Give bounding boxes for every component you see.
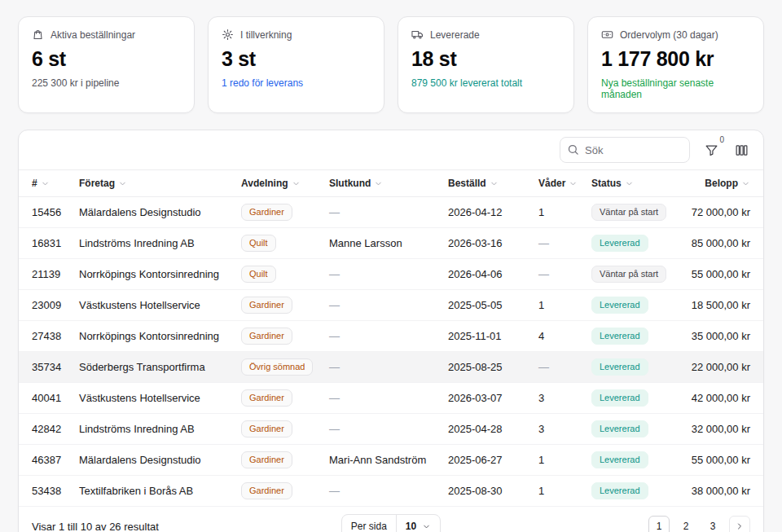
stat-card-label: Ordervolym (30 dagar) [620,29,718,41]
department-badge: Quilt [241,235,276,253]
department-badge: Gardiner [241,482,292,500]
amount: 38 000,00 kr [680,476,763,507]
company-name: Lindströms Inredning AB [72,228,235,259]
amount: 55 000,00 kr [680,259,763,290]
status-badge: Levererad [591,328,648,345]
order-id: 42842 [19,414,72,445]
status-badge: Levererad [591,358,648,376]
stat-card-header: Ordervolym (30 dagar) [601,29,750,41]
status: Levererad [585,321,680,352]
department-badge: Gardiner [241,389,292,407]
column-header-företag[interactable]: Företag [72,170,235,197]
order-date: 2026-03-16 [442,228,532,259]
company-name: Söderbergs Transportfirma [72,352,235,383]
department-badge: Quilt [241,266,276,284]
order-id: 35734 [19,352,72,383]
order-date: 2026-04-06 [442,259,532,290]
column-header--[interactable]: # [19,170,72,197]
company-name: Lindströms Inredning AB [72,414,235,445]
company-name: Mälardalens Designstudio [72,445,235,476]
table-row[interactable]: 23009Västkustens HotellserviceGardiner—2… [19,290,763,321]
column-header-avdelning[interactable]: Avdelning [235,170,323,197]
order-date: 2025-11-01 [442,321,532,352]
stat-card-value: 18 st [411,47,560,71]
department-badge: Gardiner [241,204,292,222]
columns-icon [735,143,749,157]
department: Gardiner [235,476,323,507]
order-date: 2025-08-30 [442,476,532,507]
table-row[interactable]: 46387Mälardalens DesignstudioGardinerMar… [19,445,763,476]
column-label: Beställd [448,178,486,189]
columns-button[interactable] [733,142,750,159]
table-row[interactable]: 42842Lindströms Inredning ABGardiner—202… [19,414,763,445]
department: Övrig sömnad [235,352,323,383]
per-page-select[interactable]: Per sida 10 [341,514,441,532]
order-date: 2025-08-25 [442,352,532,383]
company-name: Norrköpings Kontorsinredning [72,321,235,352]
vader-count: — [532,352,585,383]
stat-card-value: 1 177 800 kr [601,47,750,71]
amount: 55 000,00 kr [680,445,763,476]
department: Gardiner [235,321,323,352]
column-label: Slutkund [329,178,371,189]
table-row[interactable]: 53438Textilfabriken i Borås ABGardiner—2… [19,476,763,507]
table-row[interactable]: 27438Norrköpings KontorsinredningGardine… [19,321,763,352]
order-id: 16831 [19,228,72,259]
end-customer: — [323,197,442,228]
page-button-2[interactable]: 2 [675,516,696,532]
stat-card-subtitle: 225 300 kr i pipeline [32,77,181,89]
page-button-1[interactable]: 1 [648,516,670,532]
filter-count-badge: 0 [719,135,724,144]
stat-card-header: I tillverkning [222,29,371,41]
next-page-button[interactable] [729,516,750,532]
department: Quilt [235,228,323,259]
amount: 18 500,00 kr [680,290,763,321]
vader-count: 1 [532,197,585,228]
vader-count: 1 [532,445,585,476]
status: Levererad [585,445,680,476]
column-label: Våder [538,178,565,189]
end-customer: — [323,290,442,321]
stat-card-subtitle: 1 redo för leverans [222,77,371,89]
search-box [560,137,690,163]
column-header-status[interactable]: Status [585,170,680,197]
column-header-våder[interactable]: Våder [532,170,585,197]
order-id: 40041 [19,383,72,414]
filter-icon [705,143,718,157]
orders-table: #FöretagAvdelningSlutkundBeställdVåderSt… [19,169,763,507]
chevron-down-icon [374,179,383,188]
status: Väntar på start [585,197,680,228]
amount: 22 000,00 kr [680,352,763,383]
status-badge: Levererad [591,482,648,500]
per-page-value[interactable]: 10 [396,515,440,532]
page-button-3[interactable]: 3 [702,516,723,532]
table-row[interactable]: 16831Lindströms Inredning ABQuiltManne L… [19,228,763,259]
status-badge: Levererad [591,389,648,407]
order-id: 46387 [19,445,72,476]
column-header-beställd[interactable]: Beställd [442,170,532,197]
stat-card-label: Aktiva beställningar [51,29,135,41]
column-label: Företag [79,178,115,189]
order-date: 2025-05-05 [442,290,532,321]
table-row[interactable]: 35734Söderbergs TransportfirmaÖvrig sömn… [19,352,763,383]
table-row[interactable]: 40041Västkustens HotellserviceGardiner—2… [19,383,763,414]
search-input[interactable] [560,137,690,163]
stat-card-subtitle: 879 500 kr levererat totalt [411,77,560,89]
column-header-belopp[interactable]: Belopp [680,170,763,197]
status: Levererad [585,414,680,445]
table-row[interactable]: 15456Mälardalens DesignstudioGardiner—20… [19,197,763,228]
end-customer: — [323,259,442,290]
filter-button[interactable]: 0 [703,142,720,159]
order-id: 23009 [19,290,72,321]
status: Levererad [585,352,680,383]
chevron-down-icon [292,179,301,188]
column-header-slutkund[interactable]: Slutkund [323,170,442,197]
table-row[interactable]: 21139Norrköpings KontorsinredningQuilt—2… [19,259,763,290]
pagination: 123 [441,516,750,532]
end-customer: Manne Larsson [323,228,442,259]
company-name: Textilfabriken i Borås AB [72,476,235,507]
end-customer: — [323,383,442,414]
department-badge: Gardiner [241,297,292,314]
status: Levererad [585,228,680,259]
status-badge: Väntar på start [591,266,666,284]
